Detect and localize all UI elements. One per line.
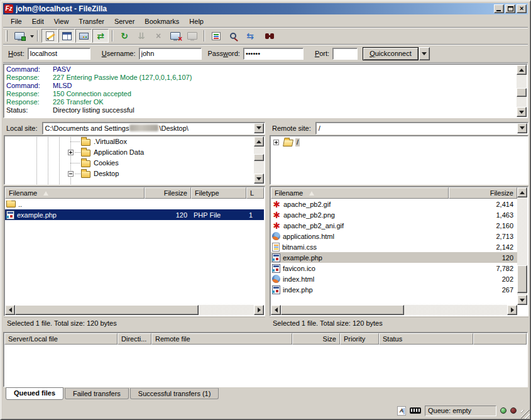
- quickconnect-button[interactable]: Quickconnect: [363, 47, 419, 60]
- combo-dropdown-button[interactable]: [254, 123, 264, 133]
- cancel-operation-button[interactable]: ×: [150, 29, 167, 43]
- scroll-thumb[interactable]: [281, 305, 404, 315]
- directory-filters-button[interactable]: [208, 29, 224, 43]
- tree-item-root[interactable]: /: [270, 137, 517, 148]
- file-row[interactable]: bitnami.css2,142: [271, 241, 517, 252]
- menu-edit[interactable]: Edit: [27, 16, 49, 26]
- tab-failed-transfers[interactable]: Failed transfers: [65, 388, 129, 399]
- scroll-left-button[interactable]: [271, 305, 281, 315]
- combo-dropdown-button[interactable]: [517, 123, 527, 133]
- file-row[interactable]: index.html202: [271, 274, 517, 284]
- scroll-up-button[interactable]: [517, 187, 527, 197]
- column-header-filename[interactable]: Filename: [5, 187, 145, 199]
- scroll-down-button[interactable]: [517, 107, 527, 117]
- tree-item-application-data[interactable]: Application Data: [4, 147, 253, 158]
- minimize-button[interactable]: [494, 4, 504, 13]
- file-row-parent-dir[interactable]: ..: [5, 199, 264, 209]
- column-header-direction[interactable]: Directi...: [118, 333, 151, 345]
- remote-pane: Remote site: / / Filename Filesize ✱apac…: [269, 121, 529, 329]
- quickconnect-dropdown-button[interactable]: [419, 47, 430, 60]
- column-header-size[interactable]: Size: [292, 333, 340, 345]
- toggle-transfer-queue-button[interactable]: ⇄: [92, 29, 109, 43]
- scroll-down-button[interactable]: [254, 174, 264, 184]
- site-manager-dropdown[interactable]: [28, 33, 34, 40]
- scroll-down-button[interactable]: [517, 295, 527, 305]
- scroll-thumb[interactable]: [15, 305, 199, 315]
- cancel-icon: ×: [156, 31, 161, 40]
- scroll-up-button[interactable]: [254, 136, 264, 146]
- expand-plus-icon[interactable]: [68, 150, 74, 155]
- local-list-hscrollbar[interactable]: [5, 305, 264, 315]
- file-row-example-php[interactable]: example.php 120 PHP File 1: [5, 209, 264, 220]
- tree-item-desktop[interactable]: Desktop: [4, 169, 253, 179]
- file-name: bitnami.css: [282, 243, 317, 251]
- column-header-priority[interactable]: Priority: [340, 333, 379, 345]
- tree-item-virtualbox[interactable]: .VirtualBox: [4, 136, 253, 147]
- column-header-server-local-file[interactable]: Server/Local file: [4, 333, 118, 345]
- port-input[interactable]: [332, 48, 358, 60]
- scroll-left-button[interactable]: [5, 305, 15, 315]
- close-button[interactable]: ×: [517, 4, 527, 13]
- file-row[interactable]: favicon.ico7,782: [271, 263, 517, 274]
- toggle-message-log-button[interactable]: [41, 29, 58, 43]
- column-header-remote-file[interactable]: Remote file: [151, 333, 292, 345]
- menu-view[interactable]: View: [49, 16, 74, 26]
- file-row[interactable]: index.php267: [271, 284, 517, 295]
- password-input[interactable]: [243, 48, 304, 60]
- synchronized-browsing-button[interactable]: ⇆: [242, 29, 258, 43]
- directory-comparison-button[interactable]: [225, 29, 241, 43]
- username-input[interactable]: [139, 48, 202, 60]
- disconnect-button[interactable]: ×: [167, 29, 183, 43]
- remote-file-rows: ✱apache_pb2.gif2,414 ✱apache_pb2.png1,46…: [271, 199, 517, 305]
- find-files-button[interactable]: [259, 29, 275, 43]
- log-scrollbar[interactable]: [517, 65, 527, 117]
- tree-item-cookies[interactable]: Cookies: [4, 158, 253, 169]
- file-row[interactable]: ✱apache_pb2.gif2,414: [271, 199, 517, 209]
- remote-list-hscrollbar[interactable]: [271, 305, 517, 315]
- transfer-queue-icon: ⇄: [97, 31, 104, 40]
- column-header-filesize[interactable]: Filesize: [449, 187, 517, 199]
- tab-queued-files[interactable]: Queued files: [6, 387, 63, 400]
- toggle-tree-view-button[interactable]: [58, 29, 75, 43]
- menu-transfer[interactable]: Transfer: [74, 16, 109, 26]
- column-header-filesize[interactable]: Filesize: [145, 187, 191, 199]
- local-tree-scrollbar[interactable]: [254, 136, 264, 184]
- collapse-minus-icon[interactable]: [68, 171, 74, 177]
- scroll-right-button[interactable]: [507, 305, 517, 315]
- refresh-button[interactable]: ↻: [116, 29, 133, 43]
- menu-help[interactable]: Help: [184, 16, 209, 26]
- host-input[interactable]: [28, 48, 90, 60]
- column-header-lastmodified[interactable]: L: [246, 187, 264, 199]
- file-row[interactable]: ✱apache_pb2_ani.gif2,160: [271, 220, 517, 231]
- menu-bookmarks[interactable]: Bookmarks: [140, 16, 184, 26]
- tab-successful-transfers[interactable]: Successful transfers (1): [130, 388, 219, 399]
- menu-file[interactable]: File: [6, 16, 27, 26]
- file-row[interactable]: ✱apache_pb2.png1,463: [271, 209, 517, 220]
- scroll-thumb[interactable]: [517, 88, 527, 97]
- column-header-filetype[interactable]: Filetype: [191, 187, 246, 199]
- remote-list-vscrollbar[interactable]: [517, 187, 527, 305]
- column-header-filename[interactable]: Filename: [271, 187, 449, 199]
- window-resize-grip[interactable]: [521, 410, 530, 419]
- column-header-status[interactable]: Status: [379, 333, 473, 345]
- remote-site-combobox[interactable]: /: [315, 122, 528, 135]
- expand-plus-icon[interactable]: [273, 140, 279, 145]
- local-site-combobox[interactable]: C:\Documents and Settings \Desktop\: [42, 122, 265, 135]
- menu-server[interactable]: Server: [109, 16, 140, 26]
- maximize-button[interactable]: [505, 4, 515, 13]
- disconnect-icon: ×: [170, 32, 180, 40]
- reconnect-button[interactable]: [184, 29, 200, 43]
- file-size: 2,160: [449, 222, 517, 229]
- quickconnect-bar: Host: Username: Password: Port: Quickcon…: [3, 45, 528, 62]
- process-queue-button[interactable]: ⇊: [133, 29, 150, 43]
- scroll-thumb[interactable]: [517, 265, 527, 293]
- scroll-thumb[interactable]: [254, 154, 264, 161]
- scroll-up-button[interactable]: [517, 65, 527, 75]
- site-manager-button[interactable]: [11, 29, 28, 43]
- remote-list-header: Filename Filesize: [271, 187, 517, 199]
- file-row[interactable]: applications.html2,713: [271, 231, 517, 241]
- toolbar-grip[interactable]: [6, 30, 8, 41]
- file-row-selected[interactable]: example.php120: [271, 252, 517, 263]
- toggle-local-remote-button[interactable]: [75, 29, 92, 43]
- scroll-right-button[interactable]: [254, 305, 264, 315]
